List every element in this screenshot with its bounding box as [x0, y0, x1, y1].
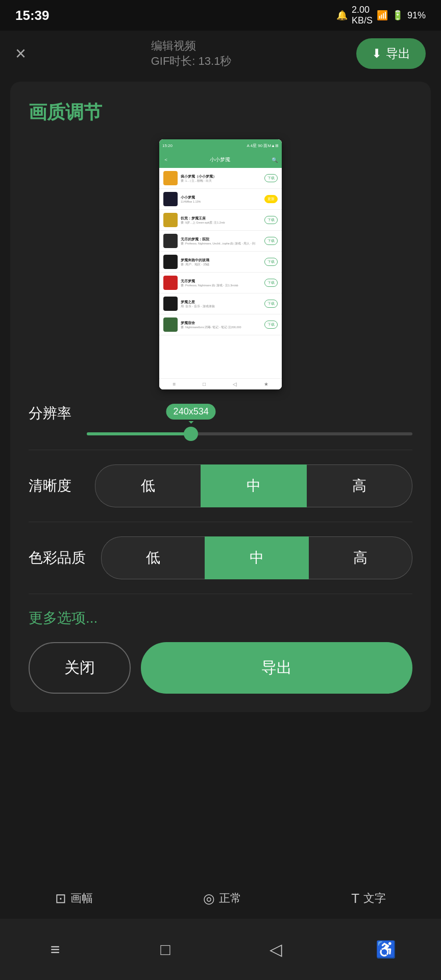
color-quality-label: 色彩品质 — [29, 548, 86, 568]
preview-container: 15:20A 4星 90 面M▲⊞ ＜ 小小梦魇 🔍 疯小梦魇（小小梦魇）要: … — [29, 139, 412, 389]
battery-icon: 🔋 — [392, 10, 403, 21]
phone-app-item: 无尽梦魇要: Professo, Nightmare 由: 游戏 - 注1.3m… — [159, 273, 282, 293]
toolbar-label: 文字 — [363, 891, 386, 906]
editor-subtitle: GIF时长: 13.1秒 — [151, 54, 232, 69]
clarity-btn-低[interactable]: 低 — [95, 464, 201, 507]
modal-bottom-buttons: 关闭 导出 — [29, 642, 412, 694]
clarity-btn-group: 低中高 — [95, 464, 412, 507]
close-button[interactable]: 关闭 — [29, 642, 131, 694]
nav-item-1[interactable]: □ — [150, 934, 181, 965]
wifi-icon: 📶 — [377, 10, 388, 21]
slider-container[interactable]: 240x534 — [87, 404, 412, 435]
clarity-btn-高[interactable]: 高 — [307, 464, 412, 507]
nav-item-3[interactable]: ♿ — [371, 934, 401, 965]
notification-icon: 🔔 — [336, 10, 348, 21]
toolbar-item-文字[interactable]: T文字 — [351, 891, 386, 906]
preview-phone: 15:20A 4星 90 面M▲⊞ ＜ 小小梦魇 🔍 疯小梦魇（小小梦魇）要: … — [159, 139, 282, 389]
resolution-value: 240x534 — [166, 404, 216, 420]
phone-navbar: ≡□◁★ — [159, 378, 282, 389]
nav-item-0[interactable]: ≡ — [40, 934, 70, 965]
phone-app-list: 疯小梦魇（小小梦魇）要: 1... | 立...较晚 - 出天下载小小梦魇114… — [159, 168, 282, 378]
color-quality-btn-group: 低中高 — [101, 536, 412, 579]
phone-header: ＜ 小小梦魇 🔍 — [159, 152, 282, 168]
android-nav: ≡□◁♿ — [0, 919, 441, 980]
color-quality-btn-中[interactable]: 中 — [205, 536, 309, 579]
color-quality-btn-低[interactable]: 低 — [101, 536, 205, 579]
status-icons: 🔔 2.00KB/S 📶 🔋 91% — [336, 5, 426, 26]
phone-app-item: 疯小梦魇（小小梦魇）要: 1... | 立...较晚 - 出天下载 — [159, 168, 282, 189]
clarity-label: 清晰度 — [29, 476, 80, 496]
phone-app-item: 梦魇之星用: 音乐 - 音乐 - 游戏体验下载 — [159, 293, 282, 314]
battery-percent: 91% — [407, 10, 426, 21]
network-speed: 2.00KB/S — [352, 5, 373, 26]
slider-thumb[interactable] — [184, 427, 198, 441]
toolbar-item-正常[interactable]: ◎正常 — [203, 891, 241, 906]
editor-title: 编辑视频 — [151, 38, 232, 54]
toolbar-label: 正常 — [219, 891, 241, 906]
slider-fill — [87, 432, 191, 435]
toolbar-icon: T — [351, 891, 359, 906]
resolution-label: 分辨率 — [29, 404, 71, 423]
phone-statusbar: 15:20A 4星 90 面M▲⊞ — [159, 139, 282, 152]
phone-app-item: 无尽的梦魇：医院要: Professo, Nightmare, Unchil..… — [159, 231, 282, 252]
phone-app-item: 梦魇宿舍要: NightmareEvro 消毒: 笔记 - 笔记·注200,00… — [159, 314, 282, 335]
clarity-section: 清晰度 低中高 — [29, 464, 412, 522]
slider-track[interactable] — [87, 432, 412, 435]
nav-item-2[interactable]: ◁ — [260, 934, 291, 965]
toolbar-icon: ◎ — [203, 891, 215, 906]
export-top-label: 导出 — [386, 45, 410, 62]
toolbar-item-画幅[interactable]: ⊡画幅 — [55, 891, 93, 906]
quality-modal: 画质调节 15:20A 4星 90 面M▲⊞ ＜ 小小梦魇 🔍 疯小梦魇（小小梦… — [10, 82, 431, 712]
color-quality-btn-高[interactable]: 高 — [309, 536, 412, 579]
top-bar: × 编辑视频 GIF时长: 13.1秒 ⬇ 导出 — [0, 31, 441, 77]
toolbar-label: 画幅 — [70, 891, 93, 906]
more-options-link[interactable]: 更多选项... — [29, 608, 412, 628]
phone-app-item: 饥荒：梦魇王座要: 9岁...上 Green-apk度: 注1.2mb下载 — [159, 210, 282, 231]
editor-info: 编辑视频 GIF时长: 13.1秒 — [151, 38, 232, 69]
phone-app-item: 小小梦魇114Mflse 1.13%更新 — [159, 189, 282, 210]
color-quality-section: 色彩品质 低中高 — [29, 536, 412, 594]
close-icon[interactable]: × — [15, 43, 26, 64]
toolbar-icon: ⊡ — [55, 891, 66, 906]
export-top-button[interactable]: ⬇ 导出 — [356, 38, 426, 69]
export-top-icon: ⬇ — [372, 46, 382, 61]
status-bar: 15:39 🔔 2.00KB/S 📶 🔋 91% — [0, 0, 441, 31]
modal-title: 画质调节 — [29, 100, 412, 125]
resolution-section: 分辨率 240x534 — [29, 404, 412, 450]
export-button[interactable]: 导出 — [141, 642, 412, 694]
phone-app-item: 梦魇奔跑中的玻璃要: 用户、地区 - 消磁下载 — [159, 252, 282, 273]
status-time: 15:39 — [15, 8, 50, 23]
clarity-btn-中[interactable]: 中 — [201, 464, 307, 507]
bottom-toolbar: ⊡画幅◎正常T文字 — [0, 878, 441, 919]
